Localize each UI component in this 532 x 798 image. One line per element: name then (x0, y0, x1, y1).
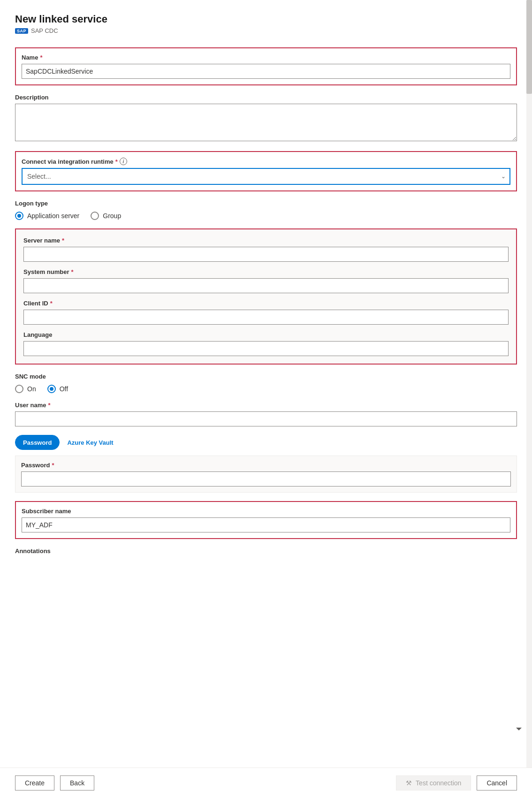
password-input[interactable] (21, 471, 511, 486)
description-label: Description (15, 94, 517, 101)
subscriber-name-input[interactable] (22, 517, 510, 532)
logon-type-application-server[interactable]: Application server (15, 212, 79, 220)
page-title: New linked service (15, 13, 517, 25)
logon-type-section: Logon type Application server Group (15, 200, 517, 220)
password-required: * (52, 462, 54, 469)
sap-badge: SAP (15, 28, 28, 34)
name-field-group: Name * (15, 47, 517, 85)
snc-on-radio[interactable] (15, 385, 23, 393)
password-tab[interactable]: Password (15, 435, 60, 450)
footer-right: ⚒ Test connection Cancel (396, 775, 517, 790)
logon-type-radio-group: Application server Group (15, 212, 517, 220)
form-area: New linked service SAP SAP CDC Name * De… (0, 0, 532, 768)
description-field-group: Description (15, 94, 517, 143)
annotations-section: Annotations (15, 547, 517, 555)
client-id-label: Client ID * (23, 300, 509, 307)
footer-bar: Create Back ⚒ Test connection Cancel (0, 768, 532, 798)
password-label: Password * (21, 462, 511, 469)
language-label: Language (23, 331, 509, 338)
client-id-group: Client ID * (23, 300, 509, 325)
server-name-group: Server name * (23, 237, 509, 262)
client-id-required: * (50, 300, 53, 307)
snc-mode-section: SNC mode On Off (15, 373, 517, 393)
integration-runtime-group: Connect via integration runtime * i Sele… (15, 151, 517, 191)
system-number-label: System number * (23, 268, 509, 275)
description-input[interactable] (15, 104, 517, 141)
azure-key-vault-tab[interactable]: Azure Key Vault (60, 435, 121, 450)
back-button[interactable]: Back (60, 775, 94, 790)
footer-left: Create Back (15, 775, 94, 790)
server-name-input[interactable] (23, 247, 509, 262)
snc-off-label: Off (60, 385, 68, 393)
test-connection-label: Test connection (416, 779, 461, 787)
test-connection-button[interactable]: ⚒ Test connection (396, 775, 471, 790)
scrollbar-track[interactable] (526, 0, 532, 768)
snc-on-option[interactable]: On (15, 385, 36, 393)
snc-mode-label: SNC mode (15, 373, 517, 380)
service-type-label: SAP CDC (31, 27, 58, 34)
subscriber-name-label: Subscriber name (22, 508, 510, 515)
integration-runtime-select[interactable]: Select... (22, 168, 510, 185)
system-number-input[interactable] (23, 278, 509, 293)
ir-required-star: * (115, 158, 118, 165)
subtitle-row: SAP SAP CDC (15, 27, 517, 34)
page-container: New linked service SAP SAP CDC Name * De… (0, 0, 532, 798)
create-button[interactable]: Create (15, 775, 54, 790)
user-name-label: User name * (15, 402, 517, 409)
language-input[interactable] (23, 341, 509, 356)
name-input[interactable] (22, 64, 510, 79)
scrollbar-thumb[interactable] (526, 0, 532, 94)
system-number-group: System number * (23, 268, 509, 293)
snc-off-radio[interactable] (47, 385, 56, 393)
snc-off-option[interactable]: Off (47, 385, 68, 393)
password-section: Password * (15, 456, 517, 493)
server-name-required: * (62, 237, 64, 244)
group-label: Group (103, 212, 121, 220)
name-required-star: * (40, 54, 42, 61)
cancel-button[interactable]: Cancel (477, 775, 517, 790)
password-tab-group: Password Azure Key Vault (15, 435, 517, 450)
user-name-group: User name * (15, 402, 517, 426)
subscriber-name-group: Subscriber name (15, 501, 517, 539)
application-server-label: Application server (27, 212, 79, 220)
user-name-input[interactable] (15, 411, 517, 426)
client-id-input[interactable] (23, 310, 509, 325)
scroll-down-indicator (515, 726, 523, 735)
test-connection-icon: ⚒ (406, 779, 412, 787)
integration-runtime-label: Connect via integration runtime * i (22, 158, 510, 165)
user-name-required: * (48, 402, 50, 409)
application-server-radio[interactable] (15, 212, 23, 220)
system-number-required: * (71, 268, 74, 275)
snc-radio-group: On Off (15, 385, 517, 393)
server-name-label: Server name * (23, 237, 509, 244)
name-label: Name * (22, 54, 510, 61)
logon-type-label: Logon type (15, 200, 517, 207)
integration-runtime-select-wrapper: Select... ⌄ (22, 168, 510, 185)
annotations-label: Annotations (15, 547, 517, 555)
language-group: Language (23, 331, 509, 356)
snc-on-label: On (27, 385, 36, 393)
group-radio[interactable] (91, 212, 99, 220)
logon-type-group[interactable]: Group (91, 212, 121, 220)
server-fields-box: Server name * System number * Client ID … (15, 228, 517, 365)
info-icon[interactable]: i (120, 158, 127, 165)
